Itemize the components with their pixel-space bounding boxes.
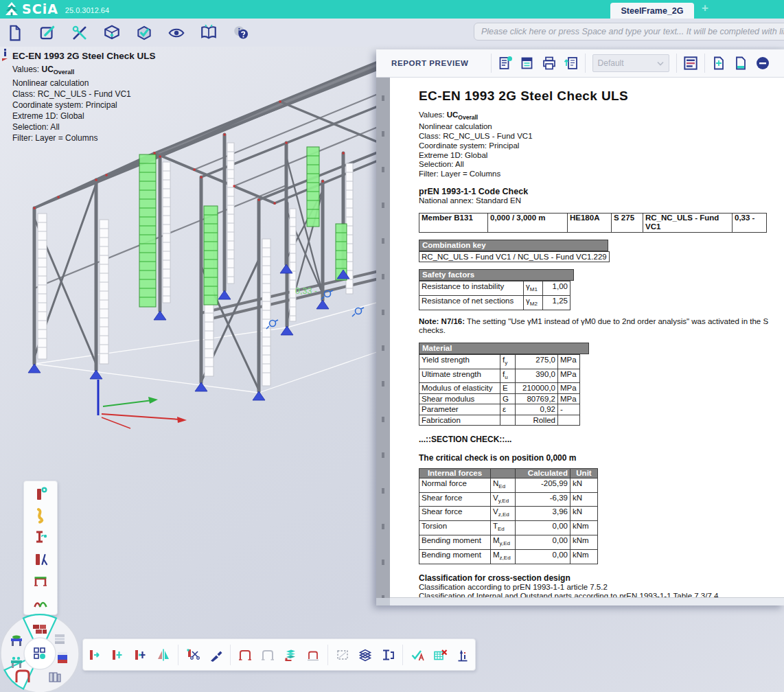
new-tab-button[interactable]: +: [702, 1, 708, 15]
table-cell: kN: [570, 478, 598, 492]
table-cell: 0,33 -: [733, 213, 767, 232]
project-tab[interactable]: SteelFrame_2G: [610, 3, 694, 19]
table-cell: Rolled: [516, 415, 558, 426]
table-cell: γM1: [524, 281, 543, 296]
command-input[interactable]: [474, 23, 784, 41]
table-row: Shear modulusG80769,2MPa: [419, 393, 580, 404]
beam-layers-icon[interactable]: [282, 647, 299, 663]
table-cell: MPa: [558, 393, 580, 404]
title-bar: SCiA 25.0.3012.64 SteelFrame_2G +: [0, 0, 784, 19]
code-check-title: prEN 1993-1-1 Code Check: [419, 187, 784, 196]
report-page[interactable]: EC-EN 1993 2G Steel Check ULS Values: UC…: [390, 78, 784, 598]
check-icon[interactable]: [135, 23, 154, 43]
report-manager-icon[interactable]: [516, 53, 538, 73]
table-row: Bending momentMz,Ed0,00kNm: [419, 549, 598, 564]
text-line: Filter: Layer = Columns: [12, 132, 156, 143]
table-cell: Mz,Ed: [491, 549, 516, 564]
wheel-stack-item[interactable]: [55, 634, 65, 644]
mirror-icon[interactable]: [155, 647, 172, 663]
portal-frame-icon[interactable]: [237, 647, 253, 663]
portal-small-icon[interactable]: [305, 647, 321, 663]
delete-table-icon[interactable]: [432, 647, 448, 663]
report-template-value: Default: [598, 58, 624, 68]
modify-toolbar: [82, 638, 476, 671]
table-cell: ε: [500, 404, 516, 415]
text-line: Class: RC_NC_ULS - Fund VC1: [12, 89, 156, 100]
connect-node-icon[interactable]: [132, 647, 149, 663]
text-line: Class: RC_NC_ULS - Fund VC1: [419, 132, 784, 141]
select-box-icon[interactable]: [334, 647, 351, 663]
table-row: Resistance to instabilityγM11,00: [419, 281, 570, 296]
table-cell: Ultimate strength: [419, 369, 500, 383]
model-icon[interactable]: [102, 23, 122, 43]
report-doc-title: EC-EN 1993 2G Steel Check ULS: [419, 89, 784, 104]
cut-member-icon[interactable]: [185, 647, 201, 663]
column-member-icon[interactable]: [30, 484, 51, 503]
fit-page-icon[interactable]: [708, 53, 730, 73]
zoom-100-icon[interactable]: [752, 53, 774, 73]
toolbar-separator: [585, 54, 586, 73]
report-template-dropdown[interactable]: Default: [592, 54, 669, 72]
table-cell: Shear force: [419, 507, 491, 521]
haunch-icon[interactable]: [30, 570, 51, 590]
table-row: Bending momentMy,Ed0,00kNm: [419, 535, 598, 550]
layers-icon[interactable]: [357, 647, 373, 663]
scia-logo: SCiA 25.0.3012.64: [5, 1, 109, 16]
safety-factors-table: Resistance to instabilityγM11,00Resistan…: [419, 281, 570, 310]
critical-check-line: The critical check is on position 0,000 …: [419, 453, 784, 463]
table-cell: HE180A: [568, 213, 612, 232]
text-label-icon[interactable]: [380, 647, 396, 663]
text-line: Extreme 1D: Global: [419, 151, 784, 161]
member-summary-table: Member B1310,000 / 3,000 mHE180AS 275RC_…: [419, 213, 767, 233]
project-tab-label: SteelFrame_2G: [621, 6, 683, 16]
table-cell: kNm: [570, 535, 598, 550]
single-page-icon[interactable]: [730, 53, 752, 73]
table-cell: Resistance of net sections: [419, 296, 524, 310]
app-version: 25.0.3012.64: [65, 6, 109, 14]
spotlight-wheel-menu[interactable]: [0, 612, 82, 692]
table-cell: 3,96: [516, 507, 570, 521]
new-report-icon[interactable]: [494, 53, 516, 73]
table-cell: Member B131: [419, 213, 488, 232]
export-report-icon[interactable]: [560, 53, 582, 73]
wheel-books-item[interactable]: [49, 673, 60, 682]
section-check-heading: ...::SECTION CHECK::...: [419, 435, 784, 444]
table-cell: G: [500, 393, 516, 404]
table-cell: Yield strength: [419, 354, 500, 369]
connect-members-icon[interactable]: [110, 647, 126, 663]
info-icon[interactable]: [1, 48, 10, 62]
edit-project-icon[interactable]: [38, 23, 57, 43]
combination-key-value: RC_NC_ULS - Fund VC1 / NC_ULS - Fund VC1…: [419, 251, 610, 262]
wheel-box-item[interactable]: [58, 652, 67, 663]
libraries-icon[interactable]: [199, 23, 218, 43]
table-cell: 80769,2: [516, 393, 558, 404]
cross-section-icon[interactable]: [30, 527, 51, 546]
extend-member-icon[interactable]: [87, 647, 104, 663]
check-member-icon[interactable]: [409, 647, 426, 663]
shell-icon[interactable]: [30, 592, 51, 612]
note-line-2: checks.: [419, 326, 784, 336]
internal-forces-table: Internal forcesCalculatedUnit Normal for…: [419, 468, 598, 564]
print-icon[interactable]: [538, 53, 560, 73]
curved-member-icon[interactable]: [30, 506, 51, 525]
table-row: Shear forceVz,Ed3,96kN: [419, 507, 598, 521]
combination-key-header: Combination key: [419, 240, 608, 251]
report-toc-icon[interactable]: [680, 53, 702, 73]
report-horizontal-scrollbar[interactable]: [390, 597, 784, 606]
table-cell: Shear modulus: [419, 393, 500, 404]
tools-icon[interactable]: [70, 23, 89, 43]
new-project-icon[interactable]: [5, 23, 25, 43]
text-line: Coordinate system: Principal: [12, 100, 156, 111]
toolbar-separator: [402, 645, 403, 665]
report-page-gutter[interactable]: [376, 78, 390, 598]
portal-frame-gray-icon[interactable]: [260, 647, 276, 663]
table-cell: Normal force: [419, 478, 491, 492]
text-line: Filter: Layer = Columns: [419, 170, 784, 179]
ucs-triad: [98, 380, 187, 428]
dimension-line-icon[interactable]: [454, 647, 471, 663]
help-icon[interactable]: [231, 23, 251, 43]
table-cell: 1,25: [543, 296, 570, 310]
view-icon[interactable]: [167, 23, 186, 43]
stability-member-icon[interactable]: [30, 549, 51, 568]
brush-icon[interactable]: [207, 647, 224, 663]
